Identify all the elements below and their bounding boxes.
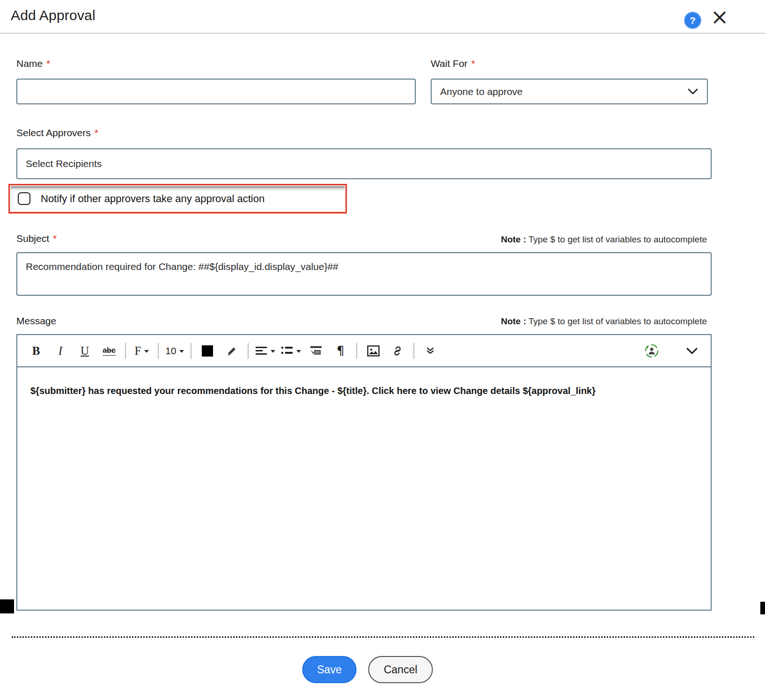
screenshot-artifact-right [760, 602, 765, 614]
highlight-button[interactable] [222, 341, 241, 361]
subject-input[interactable]: Recommendation required for Change: ##${… [16, 252, 712, 296]
toolbar-divider [356, 343, 357, 359]
font-family-button[interactable]: F [132, 341, 151, 361]
dialog-title: Add Approval [11, 7, 96, 23]
required-asterisk: * [95, 127, 98, 138]
footer-divider [12, 636, 754, 638]
text-color-swatch [202, 345, 213, 357]
name-label: Name* [16, 58, 50, 69]
toolbar-collapse-button[interactable] [683, 341, 701, 361]
header-divider [0, 33, 765, 34]
user-refresh-icon [644, 343, 660, 359]
toolbar-divider [191, 343, 191, 359]
help-icon[interactable]: ? [684, 12, 701, 29]
image-icon [367, 345, 380, 357]
footer-buttons: Save Cancel [302, 656, 433, 683]
toolbar-divider [158, 343, 159, 359]
notify-checkbox[interactable] [18, 192, 30, 205]
message-note: Note : Type $ to get list of variables t… [426, 316, 707, 327]
font-size-button[interactable]: 10 [165, 341, 184, 361]
message-body-input[interactable]: ${submitter} has requested your recommen… [17, 367, 711, 414]
notify-checkbox-label: Notify if other approvers take any appro… [41, 193, 265, 205]
required-asterisk: * [471, 58, 475, 69]
insert-user-variable-button[interactable] [642, 341, 661, 361]
link-button[interactable] [388, 341, 407, 361]
toolbar-divider [125, 343, 126, 359]
message-label: Message [16, 315, 56, 327]
required-asterisk: * [46, 58, 50, 69]
double-chevron-down-icon [426, 347, 434, 355]
name-input[interactable] [16, 79, 416, 104]
cancel-button[interactable]: Cancel [368, 656, 433, 683]
select-approvers-input[interactable] [16, 148, 712, 179]
save-button[interactable]: Save [302, 656, 357, 683]
list-button[interactable] [281, 341, 301, 361]
toolbar-divider [413, 343, 414, 359]
annotation-highlight-box: Notify if other approvers take any appro… [8, 184, 347, 213]
caret-down-icon [144, 350, 149, 353]
caret-down-icon [271, 350, 275, 353]
paragraph-button[interactable]: ¶ [331, 341, 350, 361]
highlighter-icon [226, 345, 238, 357]
align-button[interactable] [255, 341, 275, 361]
more-tools-button[interactable] [421, 341, 440, 361]
underline-button[interactable]: U [75, 341, 94, 361]
select-approvers-label: Select Approvers* [16, 127, 98, 139]
italic-button[interactable]: I [51, 341, 70, 361]
strikethrough-button[interactable]: abc [100, 341, 118, 361]
subject-label: Subject* [16, 233, 57, 244]
required-asterisk: * [53, 233, 57, 244]
bullet-list-icon [281, 346, 293, 356]
caret-down-icon [296, 350, 301, 353]
wait-for-select[interactable]: Anyone to approve [431, 79, 708, 104]
wait-for-label: Wait For* [431, 58, 475, 69]
screenshot-artifact-left [0, 599, 14, 613]
link-icon [391, 345, 404, 357]
message-editor: B I U abc F 10 [16, 334, 712, 611]
wait-for-value: Anyone to approve [440, 86, 522, 97]
editor-toolbar: B I U abc F 10 [17, 335, 711, 367]
outdent-button[interactable] [307, 341, 325, 361]
chevron-down-icon [687, 88, 699, 95]
toolbar-divider [248, 343, 249, 359]
image-button[interactable] [364, 341, 382, 361]
caret-down-icon [179, 350, 184, 353]
align-left-icon [255, 346, 267, 356]
bold-button[interactable]: B [27, 341, 45, 361]
outdent-icon [309, 345, 323, 357]
close-icon[interactable]: × [709, 5, 730, 29]
text-color-button[interactable] [198, 341, 217, 361]
subject-note: Note : Type $ to get list of variables t… [426, 234, 707, 245]
chevron-down-icon [686, 347, 698, 355]
